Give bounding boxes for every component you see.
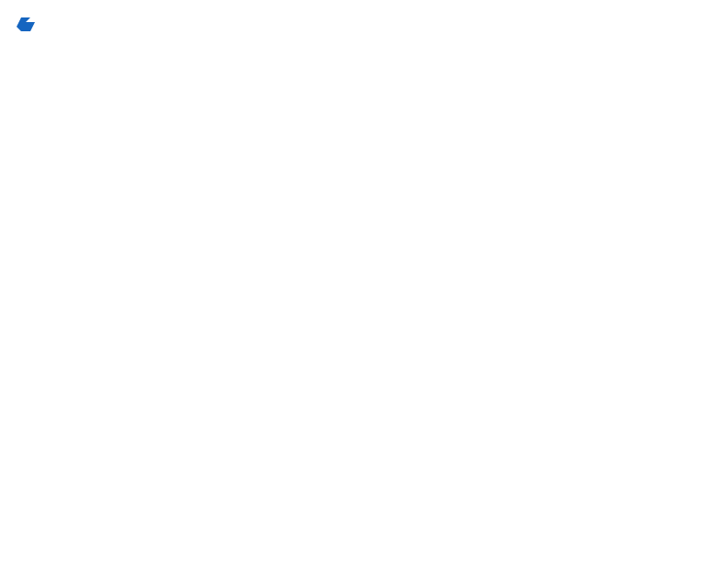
page-header [15, 15, 713, 31]
logo-icon [16, 15, 36, 35]
svg-marker-0 [17, 17, 35, 31]
logo [15, 15, 36, 31]
